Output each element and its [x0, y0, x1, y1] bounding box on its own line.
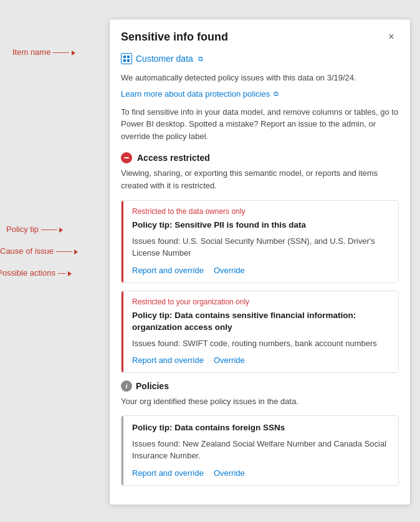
sensitive-info-panel: Sensitive info found × Customer data ⧉: [109, 19, 411, 505]
learn-more-link[interactable]: Learn more about data protection policie…: [121, 89, 270, 99]
policy-card-1-override[interactable]: Override: [214, 266, 245, 275]
detection-description: We automatically detected policy issues …: [121, 72, 399, 84]
icon-dot-4: [127, 59, 130, 62]
info-icon: i: [121, 380, 132, 392]
policy-card-2: Restricted to your organization only Pol…: [121, 291, 399, 373]
policy-card-foreign-ssn-issues: Issues found: New Zealand Social Welfare…: [132, 438, 389, 462]
policy-card-2-actions: Report and override Override: [132, 355, 389, 365]
item-icon: [121, 53, 132, 64]
policy-card-1-inner: Restricted to the data owners only Polic…: [122, 201, 398, 283]
policy-card-2-inner: Restricted to your organization only Pol…: [122, 291, 398, 372]
item-icon-grid: [123, 56, 130, 62]
policy-card-foreign-ssn-actions: Report and override Override: [132, 468, 389, 478]
panel-header: Sensitive info found ×: [110, 19, 410, 51]
policy-card-foreign-ssn-report-override[interactable]: Report and override: [132, 468, 204, 478]
policy-card-1: Restricted to the data owners only Polic…: [121, 200, 399, 283]
policy-card-2-issues: Issues found: SWIFT code, routing number…: [132, 337, 389, 350]
policy-card-1-report-override[interactable]: Report and override: [132, 266, 204, 275]
icon-dot-2: [127, 56, 130, 58]
annotation-cause-of-issue: Cause of issue ——: [0, 246, 78, 256]
restricted-icon: [121, 152, 132, 163]
policy-card-1-actions: Report and override Override: [132, 266, 389, 275]
learn-more-row: Learn more about data protection policie…: [121, 89, 399, 99]
policy-card-foreign-ssn-title: Policy tip: Data contains foreign SSNs: [132, 422, 389, 434]
access-restricted-header: Access restricted: [121, 152, 399, 163]
annotation-item-name: Item name ——: [12, 47, 75, 57]
policy-card-1-restriction: Restricted to the data owners only: [132, 207, 389, 216]
item-name-text[interactable]: Customer data: [136, 54, 193, 64]
icon-dot-1: [123, 56, 126, 58]
policy-card-1-title: Policy tip: Sensitive PII is found in th…: [132, 220, 389, 231]
learn-more-external-icon: ⧉: [274, 90, 279, 98]
annotation-possible-actions: Possible actions —: [0, 268, 72, 278]
icon-dot-3: [123, 59, 126, 62]
policies-desc: Your org identified these policy issues …: [121, 395, 399, 408]
policy-card-foreign-ssn-inner: Policy tip: Data contains foreign SSNs I…: [122, 416, 398, 485]
panel-title: Sensitive info found: [121, 31, 228, 44]
panel-body: Customer data ⧉ We automatically detecte…: [110, 51, 410, 505]
policies-title: Policies: [136, 381, 169, 391]
policies-section: i Policies Your org identified these pol…: [121, 380, 399, 485]
policy-card-2-title: Policy tip: Data contains sensitive fina…: [132, 310, 389, 334]
close-button[interactable]: ×: [384, 29, 399, 44]
policy-card-foreign-ssn-override[interactable]: Override: [214, 468, 245, 478]
policy-card-2-report-override[interactable]: Report and override: [132, 355, 204, 365]
annotation-policy-tip: Policy tip ——: [6, 225, 63, 234]
policy-card-2-override[interactable]: Override: [214, 355, 245, 365]
restricted-icon-line: [124, 157, 129, 159]
external-link-icon: ⧉: [198, 55, 203, 63]
policies-header: i Policies: [121, 380, 399, 392]
access-restricted-desc: Viewing, sharing, or exporting this sema…: [121, 167, 399, 191]
policy-card-foreign-ssn: Policy tip: Data contains foreign SSNs I…: [121, 415, 399, 486]
policy-card-2-restriction: Restricted to your organization only: [132, 297, 389, 306]
instruction-text: To find sensitive info in your data mode…: [121, 106, 399, 143]
item-name-row: Customer data ⧉: [121, 53, 399, 64]
policy-card-1-issues: Issues found: U.S. Social Security Numbe…: [132, 235, 389, 259]
access-restricted-title: Access restricted: [137, 153, 210, 163]
